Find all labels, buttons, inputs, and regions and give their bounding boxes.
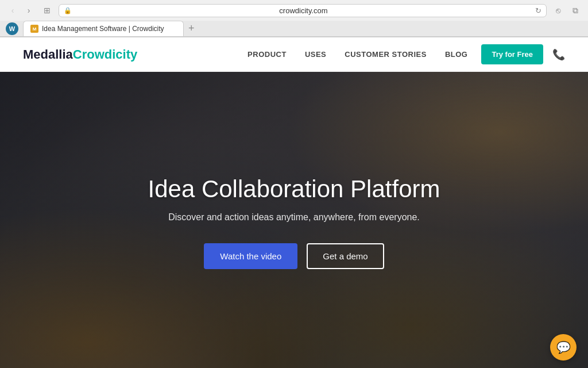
hero-section: Idea Collaboration Platform Discover and… — [0, 72, 588, 368]
site-nav: Medallia Crowdicity PRODUCT USES CUSTOME… — [0, 37, 588, 72]
hero-buttons: Watch the video Get a demo — [148, 243, 440, 269]
site-logo[interactable]: Medallia Crowdicity — [23, 47, 137, 62]
back-button[interactable]: ‹ — [6, 3, 20, 17]
chat-icon: 💬 — [556, 340, 571, 354]
new-window-button[interactable]: ⧉ — [568, 3, 582, 17]
nav-blog[interactable]: BLOG — [445, 50, 468, 59]
address-bar[interactable] — [75, 6, 532, 15]
logo-medallia: Medallia — [23, 47, 73, 62]
hero-content: Idea Collaboration Platform Discover and… — [137, 175, 452, 269]
nav-customer-stories[interactable]: CUSTOMER STORIES — [345, 50, 427, 59]
reload-button[interactable]: ↻ — [535, 6, 541, 15]
nav-uses[interactable]: USES — [305, 50, 326, 59]
new-tab-button[interactable]: + — [184, 22, 199, 34]
hero-title: Idea Collaboration Platform — [148, 175, 440, 203]
get-demo-button[interactable]: Get a demo — [307, 243, 384, 269]
active-tab[interactable]: M Idea Management Software | Crowdicity — [23, 21, 184, 36]
tab-title: Idea Management Software | Crowdicity — [42, 25, 176, 33]
chat-button[interactable]: 💬 — [550, 334, 577, 361]
share-button[interactable]: ⎋ — [551, 3, 565, 17]
hero-subtitle: Discover and action ideas anytime, anywh… — [148, 212, 440, 223]
forward-button[interactable]: › — [22, 3, 36, 17]
nav-links: PRODUCT USES CUSTOMER STORIES BLOG — [247, 50, 467, 59]
try-for-free-button[interactable]: Try for Free — [481, 44, 543, 64]
phone-icon[interactable]: 📞 — [552, 48, 565, 61]
lock-icon: 🔒 — [64, 7, 72, 14]
tab-favicon: M — [30, 25, 38, 33]
layout-button[interactable]: ⊞ — [40, 3, 54, 17]
wordpress-icon: W — [6, 22, 18, 35]
browser-toolbar: ‹ › ⊞ 🔒 ↻ ⎋ ⧉ — [0, 0, 588, 21]
nav-buttons: ‹ › — [6, 3, 36, 17]
nav-product[interactable]: PRODUCT — [247, 50, 287, 59]
browser-actions: ⎋ ⧉ — [551, 3, 582, 17]
logo-crowdicity: Crowdicity — [73, 47, 137, 62]
address-bar-container: 🔒 ↻ — [59, 4, 547, 17]
tab-bar: W M Idea Management Software | Crowdicit… — [0, 21, 588, 37]
watch-video-button[interactable]: Watch the video — [204, 243, 297, 269]
